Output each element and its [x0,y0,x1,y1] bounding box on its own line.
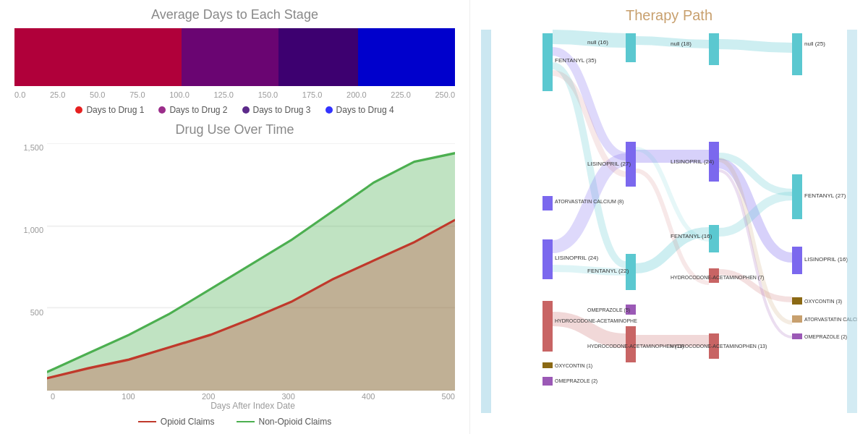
line-x-axis: 0 100 200 300 400 500 [51,392,455,401]
non-opioid-label: Non-Opioid Claims [259,417,332,427]
y-axis-labels: 1,500 1,000 500 [14,143,47,391]
label-col3-hydroco: HYDROCODONE-ACETAMINOPHEN (7) [671,275,764,281]
bar-chart-section: Average Days to Each Stage 0.0 25.0 50.0… [14,7,455,115]
sankey-container: FENTANYL (35) ATORVASTATIN CALCIUM (8) L… [481,30,857,413]
right-panel: Therapy Path [470,0,868,434]
legend-drug3: Days to Drug 3 [242,105,311,115]
legend-dot-drug2 [158,106,166,114]
col0-bar [481,30,491,413]
label-col2-null: null (16) [587,39,608,46]
bar-chart-container [14,28,455,86]
left-panel: Average Days to Each Stage 0.0 25.0 50.0… [0,0,470,434]
line-chart-area: 1,500 1,000 500 [14,143,455,391]
label-col4-omeprazole: OMEPRAZOLE (2) [804,334,847,340]
node-col4-atorva [792,315,802,323]
node-col1-lisinopril [542,239,553,279]
sankey-title: Therapy Path [481,7,857,24]
label-col2-lisinopril: LISINOPRIL (27) [587,161,631,167]
label-col1-hydroco: HYDROCODONE-ACETAMINOPHE [555,318,637,323]
legend-label-drug1: Days to Drug 1 [86,105,144,115]
line-legend: Opioid Claims Non-Opioid Claims [14,417,455,427]
bar-segment-drug4 [358,28,455,86]
legend-non-opioid: Non-Opioid Claims [237,417,332,427]
node-col4-null [792,33,802,75]
opioid-line-indicator [138,421,156,422]
legend-dot-drug4 [326,106,333,114]
node-col4-lisinopril [792,247,802,274]
label-col4-lisinopril: LISINOPRIL (16) [804,256,848,263]
line-chart-title: Drug Use Over Time [14,122,455,137]
node-col4-omeprazole [792,333,802,339]
flow-null3-null4 [719,44,792,48]
chart-plot [47,143,455,391]
node-col1-omeprazole [542,377,553,386]
node-col3-null [709,33,719,65]
line-chart-svg [47,143,455,391]
label-col1-atorva: ATORVASTATIN CALCIUM (8) [555,199,624,205]
sankey-svg: FENTANYL (35) ATORVASTATIN CALCIUM (8) L… [481,30,857,413]
legend-drug2: Days to Drug 2 [158,105,227,115]
label-col4-fentanyl: FENTANYL (27) [804,192,846,199]
label-col2-fentanyl: FENTANYL (22) [587,268,629,274]
label-col1-omeprazole: OMEPRAZOLE (2) [555,378,597,384]
legend-label-drug2: Days to Drug 2 [169,105,227,115]
label-col3-hydroco2: HYDROCODONE-ACETAMINOPHEN (13) [671,344,767,349]
legend-label-drug4: Days to Drug 4 [336,105,394,115]
bar-legend: Days to Drug 1 Days to Drug 2 Days to Dr… [14,105,455,115]
label-col4-oxyco: OXYCONTIN (3) [804,299,842,305]
node-col1-fentanyl [542,33,553,91]
legend-dot-drug3 [242,106,250,114]
node-col1-hydroco [542,301,553,352]
node-col4-oxyco [792,297,802,305]
x-axis-label: Days After Index Date [51,401,455,411]
label-col3-null: null (18) [671,41,692,47]
opioid-label: Opioid Claims [161,417,215,427]
bar-segment-drug1 [14,28,182,86]
node-col4-fentanyl [792,174,802,219]
label-col1-lisinopril: LISINOPRIL (24) [555,255,599,261]
line-chart-section: Drug Use Over Time 1,500 1,000 500 [14,122,455,427]
legend-dot-drug1 [75,106,82,114]
label-col1-oxyco: OXYCONTIN (1) [555,363,592,369]
label-col3-fentanyl: FENTANYL (16) [671,233,712,239]
legend-drug1: Days to Drug 1 [75,105,144,115]
legend-drug4: Days to Drug 4 [326,105,394,115]
node-col1-oxyco [542,362,553,368]
label-col2-omeprazole: OMEPRAZOLE (5) [587,307,630,313]
node-col1-atorva [542,196,553,210]
col4-right-bar [847,30,857,413]
legend-opioid: Opioid Claims [138,417,215,427]
bar-segment-drug2 [182,28,278,86]
label-col4-null: null (25) [804,41,825,47]
node-col2-null [626,33,636,62]
non-opioid-line-indicator [237,421,255,422]
bar-x-axis: 0.0 25.0 50.0 75.0 100.0 125.0 150.0 175… [14,89,455,101]
label-col2-hydroco: HYDROCODONE-ACETAMINOPHEN (11) [587,344,684,349]
bar-segment-drug3 [278,28,358,86]
label-col1-fentanyl: FENTANYL (35) [555,57,597,64]
label-col3-lisinopril: LISINOPRIL (24) [671,158,715,165]
bar-chart-title: Average Days to Each Stage [14,7,455,22]
legend-label-drug3: Days to Drug 3 [253,105,311,115]
